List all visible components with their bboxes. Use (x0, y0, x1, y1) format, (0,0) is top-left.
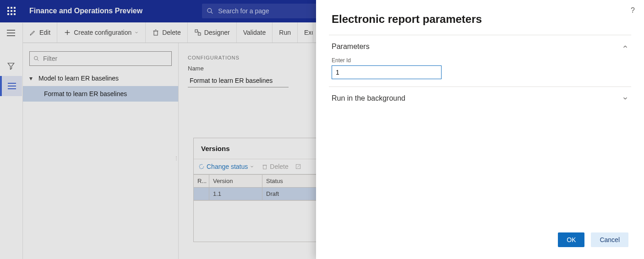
report-parameters-panel: ? Electronic report parameters Parameter… (316, 0, 644, 259)
run-background-header[interactable]: Run in the background (332, 94, 628, 103)
enter-id-label: Enter Id (332, 57, 628, 64)
parameters-header[interactable]: Parameters (332, 43, 628, 51)
parameters-header-label: Parameters (332, 43, 370, 51)
chevron-down-icon (622, 95, 628, 102)
enter-id-input[interactable] (332, 65, 442, 79)
help-button[interactable]: ? (631, 6, 635, 15)
panel-title: Electronic report parameters (316, 0, 644, 35)
run-background-section: Run in the background (329, 86, 631, 110)
cancel-button[interactable]: Cancel (591, 232, 628, 247)
run-background-label: Run in the background (332, 94, 405, 103)
ok-button[interactable]: OK (558, 232, 584, 247)
chevron-up-icon (622, 43, 628, 50)
parameters-section: Parameters Enter Id (329, 35, 631, 86)
